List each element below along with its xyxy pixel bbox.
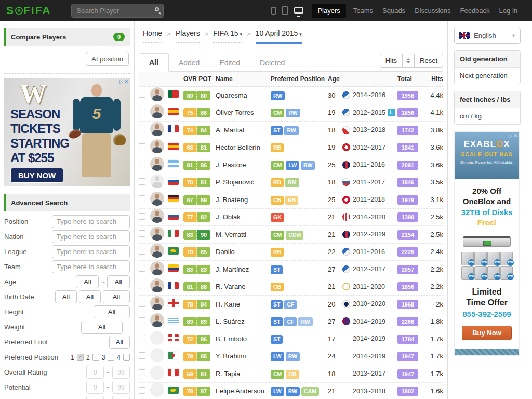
tab-edited[interactable]: Edited [209,54,250,72]
height-select[interactable]: All [94,305,130,318]
avatar[interactable] [150,383,164,397]
avatar[interactable] [150,122,164,136]
avatar[interactable] [150,244,164,258]
row-checkbox[interactable] [139,230,145,237]
desktop-icon[interactable] [294,7,303,14]
avatar[interactable] [150,296,164,310]
ad-buy-now-button[interactable]: BUY NOW [10,168,63,183]
avatar[interactable] [150,192,164,206]
nav-players[interactable]: Players [312,4,345,18]
row-checkbox[interactable] [139,352,145,359]
breadcrumb-home[interactable]: Home [143,29,162,43]
nav-feedback[interactable]: Feedback [460,7,489,15]
option-old-generation[interactable]: Old generation [455,51,520,68]
age-select[interactable]: All [107,275,130,288]
prefpos-checkbox[interactable] [123,354,130,361]
row-checkbox[interactable] [139,91,145,98]
player-name-link[interactable]: P. Stojanović [216,178,271,186]
row-checkbox[interactable] [139,143,145,150]
option-next-generation[interactable]: Next generation [455,68,520,84]
nav-login[interactable]: Log in [499,7,517,15]
breadcrumb-version[interactable]: FIFA 15▾ [213,29,242,43]
avatar[interactable] [150,348,164,362]
overall-max-input[interactable] [112,366,130,379]
avatar[interactable] [150,174,164,188]
sort-direction-button[interactable] [403,54,414,68]
overall-min-input[interactable] [86,366,104,379]
player-name-link[interactable]: Danilo [216,248,271,256]
age-select[interactable]: All [76,275,99,288]
ad-buy-now-button[interactable]: Buy Now [462,326,512,340]
breadcrumb-players[interactable]: Players [176,29,200,43]
avatar[interactable] [150,157,164,171]
nav-teams[interactable]: Teams [353,7,373,15]
option-imperial-units[interactable]: feet inches / lbs [455,91,520,108]
language-select[interactable]: English ▼ [454,28,521,44]
player-name-link[interactable]: H. Kane [216,300,271,308]
weight-select[interactable]: All [81,321,123,334]
row-checkbox[interactable] [139,265,145,272]
logo[interactable]: SFIFA [6,4,51,17]
prefpos-checkbox[interactable] [92,354,99,361]
birthdate-select[interactable]: All [79,290,101,303]
row-checkbox[interactable] [139,317,145,324]
player-name-link[interactable]: J. Boateng [216,196,271,204]
avatar[interactable] [150,278,164,292]
prefpos-checkbox[interactable] [77,354,84,361]
growth-min-input[interactable] [86,396,104,399]
avatar[interactable] [150,227,164,241]
row-checkbox[interactable] [139,126,145,132]
row-checkbox[interactable] [139,109,145,115]
avatar[interactable] [150,139,164,153]
player-name-link[interactable]: R. Tapia [216,370,271,378]
nav-squads[interactable]: Squads [382,7,405,15]
prefpos-checkbox[interactable] [108,354,114,361]
player-name-link[interactable]: Y. Brahimi [216,352,271,360]
search-icon[interactable] [155,7,159,11]
nav-discussions[interactable]: Discussions [415,7,450,15]
option-metric-units[interactable]: cm / kg [455,108,520,124]
row-checkbox[interactable] [139,195,145,202]
player-name-link[interactable]: L. Suárez [216,317,271,325]
potential-min-input[interactable] [86,381,104,394]
birthdate-select[interactable]: All [55,290,77,303]
team-input[interactable] [52,260,130,273]
player-name-link[interactable]: Quaresma [216,91,271,99]
tablet-icon[interactable] [282,6,288,15]
row-checkbox[interactable] [139,248,145,255]
row-checkbox[interactable] [139,178,145,185]
growth-max-input[interactable] [112,396,130,399]
search-input[interactable] [71,4,164,18]
avatar[interactable] [150,104,164,118]
player-name-link[interactable]: J. Pastore [216,161,271,169]
season-tickets-ad[interactable]: ▷ ✕ W SEASON TICKETS STARTING AT $255 BU… [4,78,130,186]
player-name-link[interactable]: J. Martínez [216,265,271,273]
player-name-link[interactable]: A. Martial [216,126,271,134]
birthdate-select[interactable]: All [103,290,130,303]
row-checkbox[interactable] [139,369,145,376]
avatar[interactable] [150,261,164,275]
breadcrumb-date[interactable]: 10 April 2015▾ [256,29,302,44]
adchoices-icon[interactable]: ▷ ✕ [119,79,128,84]
avatar[interactable] [150,87,164,101]
player-name-link[interactable]: J. Oblak [216,213,271,221]
league-input[interactable] [52,245,130,258]
player-name-link[interactable]: R. Varane [216,283,271,290]
row-checkbox[interactable] [139,213,145,220]
avatar[interactable] [150,331,164,345]
row-checkbox[interactable] [139,300,145,307]
reset-button[interactable]: Reset [414,54,443,68]
position-input[interactable] [52,215,130,228]
avatar[interactable] [150,366,164,380]
exablox-ad[interactable]: ▷ ✕ EXABLOX SCALE-OUT NAS Simple. Powerf… [454,131,520,356]
tab-added[interactable]: Added [169,54,209,72]
potential-max-input[interactable] [112,381,130,394]
row-checkbox[interactable] [139,387,145,394]
player-name-link[interactable]: M. Verratti [216,231,271,238]
player-name-link[interactable]: Felipe Anderson [216,387,271,395]
adchoices-icon[interactable]: ▷ ✕ [509,133,517,138]
avatar[interactable] [150,209,164,223]
player-name-link[interactable]: Héctor Bellerín [216,143,271,151]
row-checkbox[interactable] [139,283,145,289]
foot-select[interactable]: All [109,336,130,349]
